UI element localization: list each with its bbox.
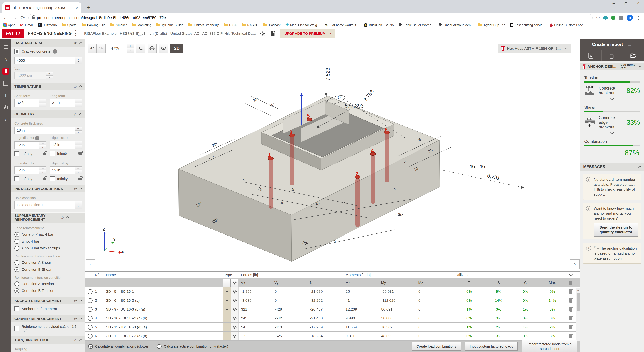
anchor-reinforcement-checkbox[interactable] [14,307,20,312]
bookmark-item[interactable]: Banking/Bills [82,23,105,27]
bookmark-item[interactable]: Eddie Bauer Wome... [399,23,434,27]
delete-row-icon[interactable] [566,305,576,314]
forward-icon[interactable]: → [12,15,17,20]
stepper-icon[interactable]: +- [75,141,82,148]
bookmark-item[interactable]: Laser cutting servic... [510,23,545,27]
row-select-radio[interactable] [88,316,92,321]
scrollbar-thumb[interactable] [576,293,580,311]
bookmark-item[interactable]: Marketing [132,23,151,27]
url-field[interactable]: profisengineering.hilti.com/design/115c1… [28,14,592,21]
stepper-icon[interactable]: +- [39,99,46,107]
favorite-star-icon[interactable]: ☆ [74,85,77,89]
collapse-table-chevron-icon[interactable] [566,272,576,278]
rail-module-icon[interactable] [2,80,9,87]
rail-module-icon[interactable] [2,68,9,75]
settings-gear-icon[interactable] [260,31,266,36]
collapse-chevron-icon[interactable] [79,85,82,89]
delete-row-icon[interactable] [566,287,576,296]
load-combination-row[interactable]: 6 3D - 12 - IBC 16-3 (d) (b) + -25 -525 … [85,332,580,341]
app-menu-icon[interactable]: ••• [75,30,76,37]
corner-reinforcement-checkbox[interactable] [14,326,20,331]
collapse-chevron-icon[interactable] [79,339,82,342]
bookmark-item[interactable]: Online Custom Lase... [550,23,586,27]
export-design-button[interactable] [580,50,602,61]
extension-icon[interactable] [619,15,623,20]
collapse-chevron-icon[interactable] [79,188,82,191]
radio-button[interactable] [14,288,20,293]
bookmark-item[interactable]: RISA [224,23,237,27]
rail-module-icon[interactable]: ☆ [2,56,9,63]
seismic-load-filter-button[interactable] [231,279,238,287]
rail-module-icon[interactable] [2,104,9,111]
info-icon[interactable]: i [53,49,57,54]
favorite-star-icon[interactable]: ☆ [74,112,77,116]
stepper-icon[interactable]: +- [39,167,46,174]
browser-menu-icon[interactable]: ⋮ [636,15,641,21]
edge-reinforcement-option[interactable]: None or < no. 4 bar [14,232,82,237]
calculation-mode-option[interactable]: Calculate all combinations (slower) [88,344,150,349]
row-select-radio[interactable] [88,307,92,312]
calculation-mode-option[interactable]: Calculate active combination only (faste… [157,344,228,349]
duplicate-design-button[interactable] [602,50,623,61]
cracked-concrete-checkbox[interactable] [14,49,20,54]
bookmark-item[interactable]: @Home Builds [156,23,183,27]
visibility-button[interactable] [159,43,168,53]
back-icon[interactable]: ← [3,15,8,20]
delete-row-icon[interactable] [566,323,576,331]
delete-row-icon[interactable] [566,314,576,323]
create-load-combinations-button[interactable]: Create load combinations [412,342,461,351]
profile-avatar[interactable]: B [626,14,633,21]
stepper-icon[interactable]: +- [75,99,82,107]
zoom-search-button[interactable] [136,43,145,53]
bookmark-item[interactable]: Links@Cranberry [188,23,219,27]
infinity-checkbox[interactable] [50,176,55,181]
model-viewport[interactable]: 7,5230577,3933,75320*12*53614220*12*2101… [85,39,580,271]
scroll-up-icon[interactable]: ▲ [576,288,580,292]
new-tab-button[interactable]: + [85,4,92,11]
table-scrollbar[interactable]: ▲ [576,288,580,341]
collapse-chevron-icon[interactable] [66,216,70,220]
bookmark-item[interactable]: MJ 8 at-home workout... [325,23,359,27]
favorite-star-icon[interactable]: ☆ [74,187,77,191]
extension-icon[interactable] [604,15,608,20]
2d-view-button[interactable]: 2D [170,43,184,53]
undo-button[interactable]: ↶ [88,43,96,53]
delete-row-icon[interactable] [566,332,576,340]
concrete-thickness-input[interactable]: 18 in +- [14,127,82,134]
concrete-strength-select[interactable]: 4000 ▲▼ [14,57,82,64]
browser-tab[interactable]: Hilti PROFIS Engineering - 3.0.53 × [2,2,81,13]
favorite-star-icon[interactable]: ☆ [60,216,64,220]
row-select-radio[interactable] [88,334,92,339]
minimize-button[interactable]: ─ [608,0,620,7]
long-term-temp-input[interactable]: 32 °F +- [50,99,82,107]
load-combination-row[interactable]: 1 3D - 5 - IBC 16-1 + -1,895 0 -21,689 2… [85,287,580,296]
select-spinner-icon[interactable]: ▲▼ [75,57,82,64]
unlocked-padlock-icon[interactable] [78,178,82,180]
rail-module-icon[interactable] [2,43,9,51]
infinity-checkbox[interactable] [14,151,20,156]
expand-chevron-icon[interactable] [610,97,614,100]
zoom-stepper-icon[interactable]: +- [127,44,134,53]
collapse-chevron-icon[interactable] [79,318,82,321]
unlocked-padlock-icon[interactable] [78,152,82,155]
restore-button[interactable]: ▢ [620,0,632,7]
stepper-icon[interactable]: +- [75,127,82,134]
zoom-control[interactable]: 47% +- [108,43,134,53]
bookmark-item[interactable]: NASCC [242,23,258,27]
load-combination-row[interactable]: 3 3D - 9 - IBC 16-3 (b) (a) + 321 -428 -… [85,305,580,314]
load-combination-row[interactable]: 4 3D - 10 - IBC 16-3 (b) (b) + 245 -542 … [85,314,580,323]
bookmark-item[interactable]: M Gmail [20,23,33,27]
bookmark-item[interactable]: Podcast [264,23,280,27]
bookmark-item[interactable]: Ryder Cup Trip [478,23,505,27]
bookmark-item[interactable]: BrickLink - Studio [364,23,394,27]
select-spinner-icon[interactable]: ▲▼ [75,201,82,209]
shear-condition-option[interactable]: Condition B Shear [14,267,82,272]
unlocked-padlock-icon[interactable] [43,178,46,180]
prev-view-button[interactable]: ‹ [86,260,95,269]
stepper-icon[interactable]: +- [39,142,46,149]
edge-reinforcement-option[interactable]: ≥ no. 4 bar [14,239,82,244]
bookmark-item[interactable]: Smoker [110,23,127,27]
tab-close-icon[interactable]: × [76,5,78,10]
edge-distance-input[interactable]: 12 in +- [50,166,82,174]
create-report-button[interactable]: Create a report → [580,39,644,50]
